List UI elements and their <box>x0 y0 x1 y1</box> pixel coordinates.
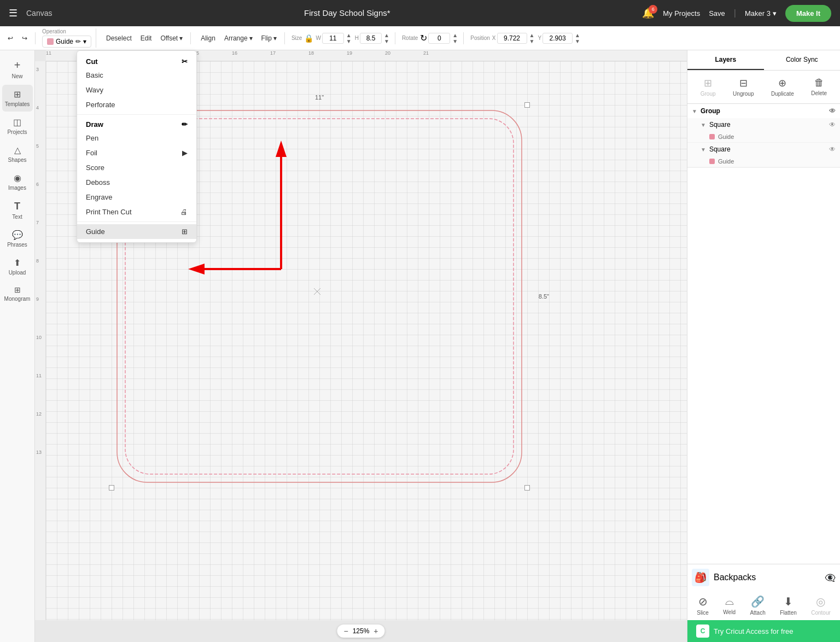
layer-group-header-main[interactable]: ▼ Group 👁 <box>687 104 840 118</box>
bell-button[interactable]: 🔔 6 <box>642 7 654 19</box>
ruler-tick: 19 <box>347 50 352 56</box>
flatten-button[interactable]: ⬇ Flatten <box>780 595 797 616</box>
topbar: ☰ Canvas First Day School Signs* 🔔 6 My … <box>0 0 840 26</box>
layer-sub-guide1[interactable]: Guide <box>687 131 840 142</box>
arrange-button[interactable]: Arrange▾ <box>221 32 256 44</box>
make-it-button[interactable]: Make It <box>785 5 831 22</box>
menu-icon[interactable]: ☰ <box>9 7 18 19</box>
sidebar-item-templates[interactable]: ⊞ Templates <box>2 85 33 112</box>
cut-label: Cut <box>86 57 98 66</box>
menu-item-pen[interactable]: Pen <box>77 131 196 145</box>
posy-up-btn[interactable]: ▲ <box>574 32 581 38</box>
flip-button[interactable]: Flip▾ <box>258 32 280 44</box>
rotate-up-btn[interactable]: ▲ <box>451 32 459 38</box>
sidebar-item-images[interactable]: ◉ Images <box>2 168 33 195</box>
align-button[interactable]: Align <box>197 32 219 44</box>
cricut-banner[interactable]: C Try Cricut Access for free <box>687 620 840 642</box>
posy-down-btn[interactable]: ▼ <box>574 38 581 44</box>
menu-item-wavy[interactable]: Wavy <box>77 83 196 97</box>
position-label: Position <box>470 35 490 41</box>
slice-button[interactable]: ⊘ Slice <box>697 595 709 616</box>
layer-item-square1[interactable]: ▼ Square 👁 <box>687 118 840 131</box>
ruler-tick: 13 <box>36 450 42 455</box>
tab-layers[interactable]: Layers <box>687 50 764 70</box>
images-icon: ◉ <box>14 173 21 183</box>
rotate-input[interactable] <box>428 33 450 44</box>
save-button[interactable]: Save <box>709 9 725 17</box>
menu-item-engrave[interactable]: Engrave <box>77 190 196 205</box>
zoom-out-button[interactable]: − <box>343 627 348 635</box>
weld-button[interactable]: ⌓ Weld <box>723 595 736 616</box>
eye-icon[interactable]: 👁 <box>829 107 836 115</box>
backpacks-eye-icon[interactable]: 👁‍🗨 <box>825 573 836 583</box>
layer-item-square2[interactable]: ▼ Square 👁 <box>687 143 840 156</box>
redo-button[interactable]: ↪ <box>19 32 31 44</box>
height-up-btn[interactable]: ▲ <box>383 32 390 38</box>
slice-label: Slice <box>697 610 709 616</box>
guide-icon: ⊞ <box>182 227 188 236</box>
ruler-tick: 9 <box>36 296 39 302</box>
menu-item-score[interactable]: Score <box>77 160 196 175</box>
undo-button[interactable]: ↩ <box>4 32 16 44</box>
delete-button[interactable]: 🗑 Delete <box>807 75 831 99</box>
app-title: Canvas <box>26 9 52 17</box>
height-down-btn[interactable]: ▼ <box>383 38 390 44</box>
width-up-btn[interactable]: ▲ <box>345 32 353 38</box>
bell-badge: 6 <box>649 5 657 14</box>
contour-icon: ◎ <box>816 595 825 608</box>
chevron-down-icon: ▾ <box>249 34 253 42</box>
edit-button[interactable]: Edit <box>137 32 155 44</box>
chevron-down-icon: ▼ <box>701 147 706 153</box>
duplicate-icon: ⊕ <box>778 77 786 89</box>
sidebar-item-new[interactable]: + New <box>2 55 33 84</box>
upload-icon: ⬆ <box>14 258 21 268</box>
duplicate-button[interactable]: ⊕ Duplicate <box>767 75 798 99</box>
attach-button[interactable]: 🔗 Attach <box>750 595 765 616</box>
flatten-label: Flatten <box>780 610 797 616</box>
zoom-in-button[interactable]: + <box>374 627 378 635</box>
menu-item-print-then-cut[interactable]: Print Then Cut 🖨 <box>77 205 196 219</box>
menu-item-guide[interactable]: Guide ⊞ <box>77 224 196 239</box>
weld-icon: ⌓ <box>725 595 734 608</box>
posx-down-btn[interactable]: ▼ <box>528 38 536 44</box>
menu-item-deboss[interactable]: Deboss <box>77 175 196 190</box>
operation-section: Operation Guide ✏ ▾ <box>42 28 96 48</box>
layers-content: ▼ Group 👁 ▼ Square 👁 Guide <box>687 104 840 564</box>
rotate-down-btn[interactable]: ▼ <box>451 38 459 44</box>
tab-color-sync[interactable]: Color Sync <box>764 50 841 70</box>
offset-button[interactable]: Offset▾ <box>157 32 186 44</box>
width-input[interactable] <box>322 33 344 44</box>
menu-item-foil[interactable]: Foil ▶ <box>77 145 196 160</box>
machine-selector[interactable]: Maker 3 ▾ <box>745 9 777 17</box>
width-down-btn[interactable]: ▼ <box>345 38 353 44</box>
cut-icon: ✂ <box>182 57 188 66</box>
attach-icon: 🔗 <box>751 595 765 608</box>
pos-y-input[interactable] <box>542 33 573 44</box>
sidebar-item-text[interactable]: T Text <box>2 196 33 224</box>
edit-actions-section: Deselect Edit Offset▾ <box>103 32 191 44</box>
layer-sub-guide2[interactable]: Guide <box>687 156 840 167</box>
sidebar-item-upload[interactable]: ⬆ Upload <box>2 253 33 280</box>
ruler-tick: 11 <box>36 373 42 378</box>
sidebar-item-phrases[interactable]: 💬 Phrases <box>2 225 33 252</box>
sidebar-label-text: Text <box>12 214 22 220</box>
sidebar-item-projects[interactable]: ◫ Projects <box>2 113 33 139</box>
group-button[interactable]: ⊞ Group <box>696 75 720 99</box>
deselect-button[interactable]: Deselect <box>103 32 135 44</box>
sidebar-item-shapes[interactable]: △ Shapes <box>2 141 33 167</box>
sidebar-item-monogram[interactable]: ⊞ Monogram <box>2 281 33 306</box>
height-input[interactable] <box>360 33 382 44</box>
operation-dropdown[interactable]: Guide ✏ ▾ <box>42 36 91 48</box>
eye-icon[interactable]: 👁 <box>829 121 836 129</box>
eye-icon[interactable]: 👁 <box>829 145 836 153</box>
menu-item-basic[interactable]: Basic <box>77 68 196 83</box>
posx-up-btn[interactable]: ▲ <box>528 32 536 38</box>
menu-item-perforate[interactable]: Perforate <box>77 97 196 112</box>
contour-button[interactable]: ◎ Contour <box>811 595 831 616</box>
my-projects-link[interactable]: My Projects <box>663 9 700 17</box>
pos-x-input[interactable] <box>497 33 527 44</box>
sidebar-label-images: Images <box>8 185 26 191</box>
ungroup-button[interactable]: ⊟ Ungroup <box>728 75 758 99</box>
backpacks-section: 🎒 Backpacks 👁‍🗨 <box>687 564 840 591</box>
undo-redo-section: ↩ ↪ <box>4 32 36 44</box>
